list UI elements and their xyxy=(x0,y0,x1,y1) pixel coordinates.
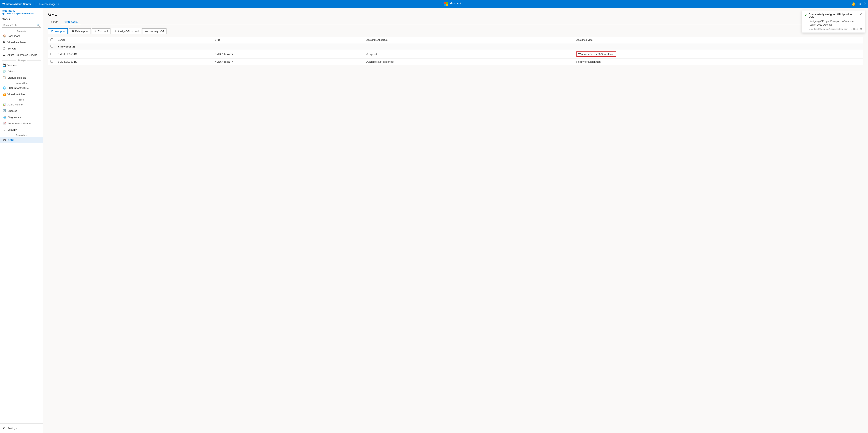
sidebar-item-azure-monitor[interactable]: 📊 Azure Monitor xyxy=(0,101,43,108)
group-checkbox-cell xyxy=(48,43,56,50)
row-checkbox[interactable] xyxy=(51,60,53,63)
toast-time: 8:31:10 PM xyxy=(851,28,862,30)
tab-gpus[interactable]: GPUs xyxy=(48,19,61,25)
sidebar-item-drives[interactable]: 💿 Drives xyxy=(0,68,43,74)
toast-notification: ✓ Successfully assigned GPU pool to VMs … xyxy=(802,10,865,33)
cell-assignment-status: Assigned xyxy=(364,50,574,59)
col-checkbox xyxy=(48,37,56,43)
toast-header: ✓ Successfully assigned GPU pool to VMs … xyxy=(805,13,862,19)
toast-check-icon: ✓ xyxy=(805,13,807,17)
search-input[interactable] xyxy=(2,23,35,27)
toast-footer: sme-lse350-g.server1.corp.contoso.com 8:… xyxy=(805,28,862,30)
updates-icon: 🔄 xyxy=(2,109,6,112)
sidebar-item-virtual-switches[interactable]: 🔀 Virtual switches xyxy=(0,91,43,97)
sidebar-item-updates[interactable]: 🔄 Updates xyxy=(0,108,43,114)
microsoft-logo: Microsoft xyxy=(444,2,461,6)
page-title: GPU xyxy=(48,12,863,17)
search-box: 🔍 xyxy=(2,23,41,28)
search-icon[interactable]: 🔍 xyxy=(35,23,41,27)
group-checkbox[interactable] xyxy=(51,45,53,47)
sidebar-item-label: Storage Replica xyxy=(7,76,26,79)
delete-pool-icon: 🗑 xyxy=(71,30,74,33)
diagnostics-icon: 🩺 xyxy=(2,115,6,119)
sidebar-item-label: Virtual switches xyxy=(7,93,25,96)
ms-logo-red xyxy=(444,2,446,4)
sidebar-item-label: Performance Monitor xyxy=(7,122,31,125)
edit-pool-button[interactable]: ✏ Edit pool xyxy=(92,28,111,34)
sidebar-item-storage-replica[interactable]: 📋 Storage Replica xyxy=(0,74,43,81)
unassign-vm-icon: — xyxy=(145,30,148,33)
tab-bar: GPUs GPU pools xyxy=(48,19,863,25)
kubernetes-icon: ☁ xyxy=(2,53,6,57)
sidebar-item-label: SDN Infrastructure xyxy=(7,87,29,90)
sdn-icon: 🌐 xyxy=(2,86,6,90)
section-extensions: Extensions xyxy=(0,133,43,137)
microsoft-text: Microsoft xyxy=(450,2,461,6)
assign-vm-label: Assign VM to pool xyxy=(118,30,139,33)
sidebar-item-performance-monitor[interactable]: 📈 Performance Monitor xyxy=(0,120,43,127)
sidebar-item-label: Virtual machines xyxy=(7,41,26,44)
assign-vm-button[interactable]: ＋ Assign VM to pool xyxy=(112,28,141,34)
assigned-vms-highlighted: Windows Server 2022 workload xyxy=(577,52,617,57)
sidebar-item-dashboard[interactable]: 🏠 Dashboard xyxy=(0,33,43,39)
toast-source: sme-lse350-g.server1.corp.contoso.com xyxy=(809,28,848,30)
chevron-down-icon: ▾ xyxy=(58,3,59,5)
sidebar-item-label: Diagnostics xyxy=(7,116,21,119)
section-tools: Tools xyxy=(0,97,43,101)
sidebar-item-label: Updates xyxy=(7,109,17,112)
sidebar-item-label: Azure Monitor xyxy=(7,103,24,106)
toolbar: 🗋 New pool 🗑 Delete pool ✏ Edit pool ＋ A… xyxy=(48,28,863,34)
tab-gpu-pools[interactable]: GPU pools xyxy=(61,19,81,25)
cell-gpu: NVIDIA Tesla T4 xyxy=(212,59,364,65)
help-icon[interactable]: ? xyxy=(864,2,866,6)
sidebar-item-virtual-machines[interactable]: 🖥 Virtual machines xyxy=(0,39,43,45)
cluster-manager-menu[interactable]: Cluster Manager ▾ xyxy=(37,3,59,5)
section-storage: Storage xyxy=(0,58,43,62)
new-pool-button[interactable]: 🗋 New pool xyxy=(48,28,68,34)
cell-assignment-status: Available (Not assigned) xyxy=(364,59,574,65)
sidebar-item-diagnostics[interactable]: 🩺 Diagnostics xyxy=(0,114,43,120)
topbar-separator xyxy=(34,2,34,6)
ms-logo-green xyxy=(446,2,448,4)
settings-icon[interactable]: ⚙ xyxy=(858,2,861,6)
sidebar-item-azure-kubernetes[interactable]: ☁ Azure Kubernetes Service xyxy=(0,52,43,58)
section-networking: Networking xyxy=(0,81,43,85)
unassign-vm-label: Unassign VM xyxy=(149,30,164,33)
toast-close-button[interactable]: ✕ xyxy=(859,13,862,16)
sidebar-item-sdn-infrastructure[interactable]: 🌐 SDN Infrastructure xyxy=(0,85,43,91)
delete-pool-button[interactable]: 🗑 Delete pool xyxy=(69,28,91,34)
sidebar-item-gpus[interactable]: 🎮 GPUs xyxy=(0,137,43,143)
sidebar-item-security[interactable]: 🛡 Security xyxy=(0,127,43,133)
topbar: Windows Admin Center Cluster Manager ▾ M… xyxy=(0,0,868,8)
dashboard-icon: 🏠 xyxy=(2,34,6,38)
drives-icon: 💿 xyxy=(2,70,6,73)
sidebar-item-servers[interactable]: 🖧 Servers xyxy=(0,45,43,52)
unassign-vm-button[interactable]: — Unassign VM xyxy=(142,28,166,34)
row-checkbox[interactable] xyxy=(51,53,53,55)
sidebar-item-label: Settings xyxy=(7,427,17,430)
gpu-pools-table: Server GPU Assignment status Assigned VM… xyxy=(48,37,863,65)
new-pool-label: New pool xyxy=(55,30,65,33)
cell-assigned-vms: Windows Server 2022 workload xyxy=(574,50,863,59)
new-pool-icon: 🗋 xyxy=(51,30,54,33)
minimize-icon[interactable]: — xyxy=(846,2,849,6)
main-layout: sme-lse350-g.server1.corp.contoso.com To… xyxy=(0,8,868,433)
sidebar-item-settings[interactable]: ⚙ Settings xyxy=(0,425,43,431)
chevron-down-icon: ▾ xyxy=(58,45,59,48)
delete-pool-label: Delete pool xyxy=(75,30,88,33)
cell-server: SME-LSE350-B2 xyxy=(56,59,212,65)
sidebar-item-label: GPUs xyxy=(7,138,14,141)
edit-pool-icon: ✏ xyxy=(94,30,97,33)
select-all-checkbox[interactable] xyxy=(51,38,53,41)
group-row-newpool: ▾ newpool (2) xyxy=(48,43,863,50)
app-title: Windows Admin Center xyxy=(2,3,31,5)
ms-logo-yellow xyxy=(446,4,448,6)
content-area: GPU GPUs GPU pools 🗋 New pool 🗑 Delete p… xyxy=(43,8,868,433)
notification-icon[interactable]: 🔔 xyxy=(851,2,856,6)
edit-pool-label: Edit pool xyxy=(98,30,108,33)
col-gpu: GPU xyxy=(212,37,364,43)
cell-gpu: NVIDIA Tesla T4 xyxy=(212,50,364,59)
sidebar-item-label: Servers xyxy=(7,47,17,50)
sidebar-item-volumes[interactable]: 💾 Volumes xyxy=(0,62,43,68)
sidebar-tools-title: Tools xyxy=(0,16,43,22)
